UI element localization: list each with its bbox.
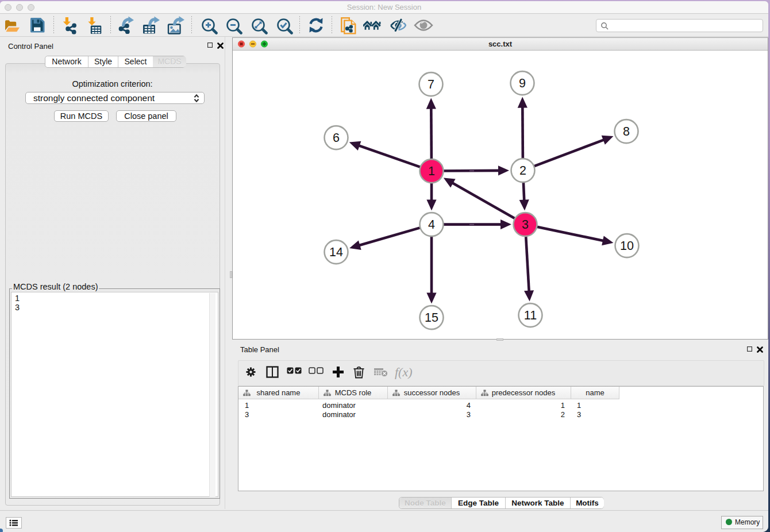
svg-text:15: 15 [425,311,438,325]
svg-text:14: 14 [329,245,343,259]
svg-text:1: 1 [428,164,435,178]
svg-text:9: 9 [519,76,526,90]
svg-text:2: 2 [519,164,526,178]
svg-text:7: 7 [428,78,434,91]
svg-text:10: 10 [620,239,634,253]
svg-text:6: 6 [333,131,340,145]
svg-text:3: 3 [522,218,529,232]
svg-text:8: 8 [623,125,630,138]
svg-text:11: 11 [524,309,537,322]
svg-text:4: 4 [428,218,435,232]
